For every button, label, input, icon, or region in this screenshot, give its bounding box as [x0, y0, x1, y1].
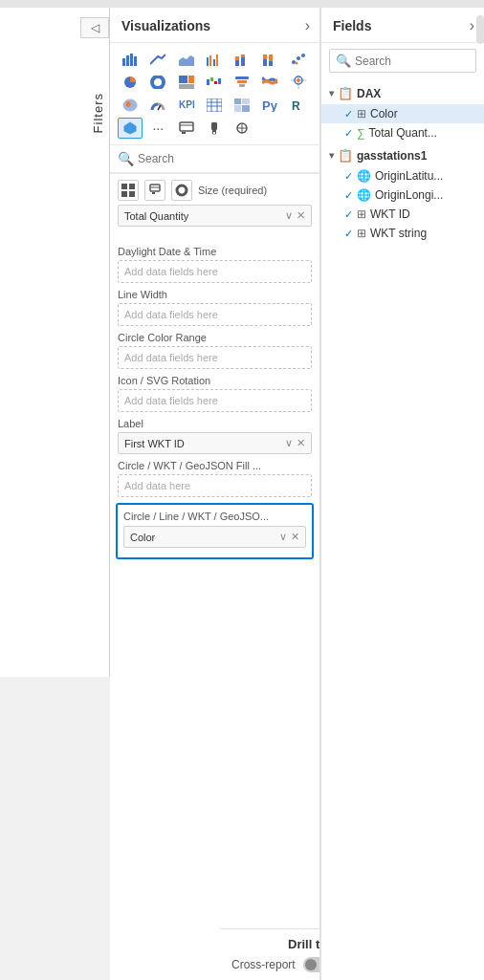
- svg-rect-62: [129, 184, 135, 189]
- filled-map-icon[interactable]: [118, 95, 143, 116]
- line-chart-icon[interactable]: [145, 49, 170, 70]
- dax-totalquant-item[interactable]: ✓ ∑ Total Quant...: [321, 123, 484, 142]
- svg-rect-46: [234, 98, 241, 104]
- size-icon-paint[interactable]: [144, 180, 165, 201]
- originlon-item[interactable]: ✓ 🌐 OriginLongi...: [321, 185, 484, 205]
- kpi-icon[interactable]: KPI: [174, 95, 199, 116]
- size-icon-donut[interactable]: [171, 180, 192, 201]
- donut-chart-icon[interactable]: [145, 72, 170, 93]
- size-icon-grid[interactable]: [118, 180, 139, 201]
- svg-rect-1: [126, 55, 129, 66]
- dax-table-icon: 📋: [338, 86, 353, 100]
- svg-rect-26: [179, 84, 194, 89]
- bar-chart-icon[interactable]: [118, 49, 143, 70]
- python-visual-icon[interactable]: R: [286, 95, 311, 116]
- originlat-item[interactable]: ✓ 🌐 OriginLatitu...: [321, 166, 484, 185]
- svg-rect-3: [134, 56, 137, 66]
- chevron-left-icon: ◁: [91, 21, 99, 34]
- svg-rect-57: [213, 132, 215, 134]
- svg-rect-61: [121, 184, 127, 189]
- svg-rect-16: [269, 54, 273, 61]
- svg-rect-27: [207, 79, 209, 85]
- paint-brush-icon[interactable]: [202, 118, 227, 139]
- svg-rect-33: [239, 84, 245, 87]
- viz-search-icon: 🔍: [118, 151, 134, 166]
- fields-expand-button[interactable]: ›: [470, 17, 474, 34]
- svg-rect-53: [180, 122, 193, 131]
- area-chart-icon[interactable]: [174, 49, 199, 70]
- filters-label: Filters: [91, 93, 105, 133]
- highlighted-field-pill[interactable]: Color ∨ ✕: [123, 526, 306, 548]
- map-basic-icon[interactable]: [286, 72, 311, 93]
- rotation-label: Icon / SVG Rotation: [118, 375, 312, 386]
- size-header: Size (required): [110, 173, 319, 205]
- daylight-placeholder-text: Add data fields here: [124, 266, 218, 277]
- chevron-down-icon: ∨: [285, 209, 293, 222]
- label-field-icons: ∨ ✕: [285, 437, 305, 449]
- scrollbar[interactable]: [476, 15, 484, 44]
- dax-color-item[interactable]: ✓ ⊞ Color: [321, 104, 484, 123]
- label-field-pill[interactable]: First WKT ID ∨ ✕: [118, 432, 312, 454]
- geojson-fill-placeholder[interactable]: Add data here: [118, 474, 312, 497]
- drill-title: Drill through: [231, 937, 320, 951]
- funnel-icon[interactable]: [230, 72, 254, 93]
- ribbon-icon[interactable]: [257, 72, 282, 93]
- originlat-globe-icon: 🌐: [357, 169, 371, 183]
- wktid-label: WKT ID: [370, 207, 410, 221]
- viz-search-input[interactable]: [138, 152, 312, 165]
- size-field-pill[interactable]: Total Quantity ∨ ✕: [118, 205, 312, 227]
- ellipsis-icon: ···: [152, 120, 164, 136]
- label-field-value: First WKT ID: [124, 438, 185, 449]
- table-visual-icon[interactable]: [202, 95, 227, 116]
- viz-icons-grid: KPI Py R ···: [110, 43, 319, 145]
- analytics-icon[interactable]: [230, 118, 254, 139]
- originlon-globe-icon: 🌐: [357, 188, 371, 202]
- circlecolor-placeholder[interactable]: Add data fields here: [118, 346, 312, 369]
- linewidth-placeholder[interactable]: Add data fields here: [118, 303, 312, 326]
- format-paint-icon[interactable]: [174, 118, 199, 139]
- dax-group-header[interactable]: ▾ 📋 DAX: [321, 82, 484, 104]
- more-visuals-icon[interactable]: ···: [145, 118, 170, 139]
- wktstring-item[interactable]: ✓ ⊞ WKT string: [321, 224, 484, 243]
- svg-text:R: R: [292, 99, 300, 112]
- custom-shape-icon[interactable]: [118, 118, 143, 139]
- matrix-visual-icon[interactable]: [230, 95, 254, 116]
- viz-expand-button[interactable]: ›: [305, 17, 310, 34]
- size-field-container: Total Quantity ∨ ✕: [110, 205, 319, 234]
- highlighted-color-section: Circle / Line / WKT / GeoJSO... Color ∨ …: [116, 503, 314, 559]
- waterfall-icon[interactable]: [202, 72, 227, 93]
- scatter-chart-icon[interactable]: [286, 49, 311, 70]
- r-visual-icon[interactable]: Py: [257, 95, 282, 116]
- dax-totalquant-label: Total Quant...: [369, 126, 437, 140]
- rotation-placeholder[interactable]: Add data fields here: [118, 389, 312, 412]
- svg-rect-64: [129, 191, 135, 197]
- wktid-field-icon: ⊞: [357, 207, 366, 221]
- pie-chart-icon[interactable]: [118, 72, 143, 93]
- svg-text:Py: Py: [262, 98, 277, 112]
- totalquant-sigma-icon: ∑: [357, 126, 365, 140]
- treemap-icon[interactable]: [174, 72, 199, 93]
- 100pct-stacked-icon[interactable]: [257, 49, 282, 70]
- fields-search-input[interactable]: [355, 54, 470, 68]
- label-remove-icon[interactable]: ✕: [297, 437, 305, 449]
- daylight-placeholder[interactable]: Add data fields here: [118, 260, 312, 283]
- svg-rect-2: [130, 54, 133, 66]
- highlighted-icons: ∨ ✕: [279, 531, 299, 543]
- fields-tree: ▾ 📋 DAX ✓ ⊞ Color ✓ ∑ Total Quant... ▾ 📋: [321, 78, 484, 249]
- originlon-check-icon: ✓: [344, 189, 353, 202]
- filters-expand-button[interactable]: ◁: [80, 17, 109, 38]
- geojson-fill-text: Add data here: [124, 480, 190, 491]
- bar-clustered-icon[interactable]: [202, 49, 227, 70]
- highlighted-remove-icon[interactable]: ✕: [291, 531, 299, 543]
- gauge-icon[interactable]: [145, 95, 170, 116]
- svg-rect-47: [242, 98, 250, 104]
- gasstations-group-header[interactable]: ▾ 📋 gasstations1: [321, 144, 484, 166]
- viz-title: Visualizations: [121, 18, 210, 33]
- wktid-item[interactable]: ✓ ⊞ WKT ID: [321, 205, 484, 224]
- filters-label-container: Filters: [86, 55, 109, 170]
- cross-report-toggle[interactable]: Off: [303, 957, 320, 972]
- wktstring-field-icon: ⊞: [357, 227, 366, 240]
- remove-field-icon[interactable]: ✕: [297, 209, 305, 222]
- stacked-bar-icon[interactable]: [230, 49, 254, 70]
- gasstations-group: ▾ 📋 gasstations1 ✓ 🌐 OriginLatitu... ✓ 🌐…: [321, 144, 484, 243]
